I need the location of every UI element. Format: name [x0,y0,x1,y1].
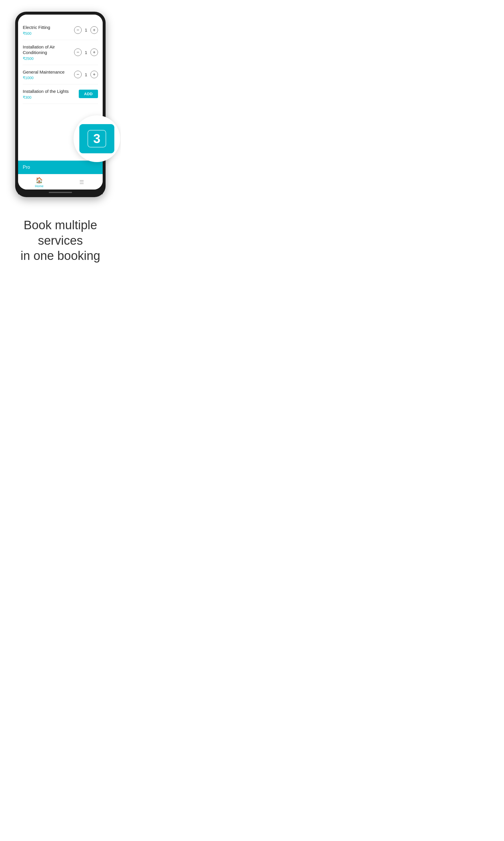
phone-screen: Electric Fitting ₹500 − 1 + Installation… [18,15,103,190]
badge-overlay: 3 [73,115,120,162]
service-item-air-conditioning: Installation of Air Conditioning ₹2500 −… [23,40,98,65]
service-item-general-maintenance: General Maintenance ₹1000 − 1 + [23,65,98,85]
service-info-air-conditioning: Installation of Air Conditioning ₹2500 [23,44,74,61]
quantity-control-electric-fitting: − 1 + [74,26,98,34]
badge-count: 3 [93,132,100,146]
service-price-lights: ₹300 [23,95,79,100]
service-item-lights: Installation of the Lights ₹300 ADD [23,84,98,104]
marketing-text: Book multiple services in one booking [9,218,112,264]
bottom-bar[interactable]: Pro [18,160,103,174]
decrement-electric-fitting[interactable]: − [74,26,82,34]
home-label: Home [35,184,43,188]
quantity-control-general-maintenance: − 1 + [74,71,98,78]
increment-electric-fitting[interactable]: + [90,26,98,34]
phone-frame: Electric Fitting ₹500 − 1 + Installation… [15,12,106,197]
qty-value-general-maintenance: 1 [84,72,88,77]
marketing-line1: Book multiple services [24,218,97,247]
list-icon: ☰ [79,179,84,185]
add-lights-button[interactable]: ADD [79,90,98,98]
qty-value-electric-fitting: 1 [84,28,88,32]
service-name-electric-fitting: Electric Fitting [23,24,74,30]
service-price-general-maintenance: ₹1000 [23,75,74,80]
qty-value-air-conditioning: 1 [84,50,88,55]
quantity-control-air-conditioning: − 1 + [74,49,98,56]
proceed-label: Pro [23,165,30,170]
service-name-lights: Installation of the Lights [23,88,79,94]
nav-item-list[interactable]: ☰ [60,179,103,185]
service-price-air-conditioning: ₹2500 [23,56,74,61]
service-info-lights: Installation of the Lights ₹300 [23,88,79,100]
badge-inner: 3 [79,124,114,153]
badge-number-box: 3 [88,130,106,148]
service-item-electric-fitting: Electric Fitting ₹500 − 1 + [23,20,98,40]
increment-general-maintenance[interactable]: + [90,71,98,78]
home-icon: 🏠 [36,177,43,184]
service-name-general-maintenance: General Maintenance [23,69,74,75]
service-info-electric-fitting: Electric Fitting ₹500 [23,24,74,36]
service-price-electric-fitting: ₹500 [23,31,74,36]
increment-air-conditioning[interactable]: + [90,49,98,56]
service-info-general-maintenance: General Maintenance ₹1000 [23,69,74,80]
decrement-general-maintenance[interactable]: − [74,71,82,78]
marketing-section: Book multiple services in one booking [0,203,121,281]
nav-item-home[interactable]: 🏠 Home [18,177,60,188]
home-indicator [18,190,103,194]
nav-bar: 🏠 Home ☰ [18,174,103,190]
service-name-air-conditioning: Installation of Air Conditioning [23,44,74,55]
marketing-line2: in one booking [20,249,100,262]
phone-wrapper: Electric Fitting ₹500 − 1 + Installation… [0,0,121,203]
home-bar [49,192,72,193]
decrement-air-conditioning[interactable]: − [74,49,82,56]
